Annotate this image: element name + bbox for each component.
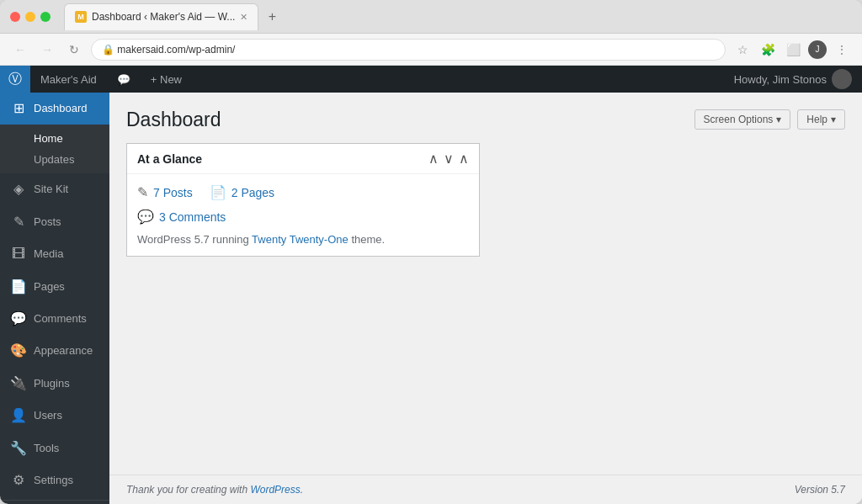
comments-icon: 💬 <box>10 310 27 328</box>
address-text: 🔒 makersaid.com/wp-admin/ <box>102 44 235 56</box>
sidebar-item-appearance[interactable]: 🎨 Appearance <box>0 335 109 367</box>
tab-title: Dashboard ‹ Maker's Aid — W... <box>92 11 235 23</box>
sidebar-item-plugins[interactable]: 🔌 Plugins <box>0 368 109 400</box>
widget-collapse-up-button[interactable]: ∧ <box>428 151 439 167</box>
help-arrow: ▾ <box>831 114 836 125</box>
site-kit-icon: ◈ <box>10 180 27 199</box>
wp-admin: Ⓥ Maker's Aid 💬 + New Howdy, Jim Stonos <box>0 66 862 504</box>
reload-button[interactable]: ↻ <box>64 40 84 60</box>
home-label: Home <box>34 132 63 145</box>
howdy-text: Howdy, Jim Stonos <box>734 73 827 86</box>
sidebar-item-posts[interactable]: ✎ Posts <box>0 206 109 238</box>
sidebar-item-site-kit[interactable]: ◈ Site Kit <box>0 173 109 205</box>
sidebar-dashboard-submenu: Home Updates <box>0 125 109 173</box>
sidebar-item-home[interactable]: Home <box>0 128 109 149</box>
pages-stat-icon: 📄 <box>210 184 226 200</box>
new-tab-button[interactable]: + <box>262 7 282 27</box>
wp-version-info: WordPress 5.7 running Twenty Twenty-One … <box>137 233 469 246</box>
posts-stat-link[interactable]: 7 Posts <box>153 186 193 199</box>
wp-main-layout: ⊞ Dashboard Home Updates ◈ Site Kit <box>0 93 862 504</box>
sidebar-item-media[interactable]: 🎞 Media <box>0 238 109 270</box>
sidebar-item-users[interactable]: 👤 Users <box>0 400 109 432</box>
widget-controls: ∧ ∨ ∧ <box>428 151 469 167</box>
sidebar-item-comments[interactable]: 💬 Comments <box>0 303 109 335</box>
new-content-button[interactable]: + New <box>141 66 192 93</box>
pages-stat: 📄 2 Pages <box>210 184 274 200</box>
tab-favicon: M <box>75 11 87 23</box>
active-tab[interactable]: M Dashboard ‹ Maker's Aid — W... ✕ <box>64 3 258 30</box>
nav-icons: ☆ 🧩 ⬜ J ⋮ <box>732 40 852 60</box>
help-button[interactable]: Help ▾ <box>797 109 845 130</box>
sidebar-menu: ⊞ Dashboard Home Updates ◈ Site Kit <box>0 93 109 504</box>
chrome-user-avatar[interactable]: J <box>808 40 827 59</box>
widget-collapse-down-button[interactable]: ∨ <box>444 151 454 167</box>
screen-options-button[interactable]: Screen Options ▾ <box>694 109 791 130</box>
widget-body: ✎ 7 Posts 📄 2 Pages 💬 3 Comment <box>127 174 479 256</box>
footer-thanks: Thank you for creating with WordPress. <box>126 484 303 496</box>
wp-logo-button[interactable]: Ⓥ <box>0 66 30 93</box>
forward-button[interactable]: → <box>37 40 57 60</box>
sidebar-item-updates[interactable]: Updates <box>0 149 109 170</box>
version-text: Version 5.7 <box>795 484 845 496</box>
address-bar[interactable]: 🔒 makersaid.com/wp-admin/ <box>91 39 726 61</box>
appearance-icon: 🎨 <box>10 342 27 360</box>
plugins-icon: 🔌 <box>10 374 27 393</box>
tab-close-button[interactable]: ✕ <box>240 12 247 23</box>
menu-button[interactable]: ⋮ <box>832 40 852 60</box>
widget-header: At a Glance ∧ ∨ ∧ <box>127 144 479 174</box>
users-label: Users <box>34 408 62 423</box>
cast-button[interactable]: ⬜ <box>783 40 803 60</box>
screen-options-arrow: ▾ <box>776 114 781 125</box>
sidebar-item-pages[interactable]: 📄 Pages <box>0 271 109 303</box>
wp-sidebar: ⊞ Dashboard Home Updates ◈ Site Kit <box>0 93 109 504</box>
theme-link[interactable]: Twenty Twenty-One <box>252 233 349 246</box>
admin-avatar[interactable] <box>832 69 852 89</box>
extension-button[interactable]: 🧩 <box>758 40 778 60</box>
maximize-button[interactable] <box>40 12 51 22</box>
site-name-label: Maker's Aid <box>40 73 97 86</box>
comments-stat: 💬 3 Comments <box>137 209 469 225</box>
at-a-glance-stats: ✎ 7 Posts 📄 2 Pages <box>137 184 469 200</box>
wordpress-link[interactable]: WordPress. <box>250 484 303 496</box>
new-label: + New <box>151 73 182 86</box>
wp-admin-bar: Ⓥ Maker's Aid 💬 + New Howdy, Jim Stonos <box>0 66 862 93</box>
comment-icon: 💬 <box>117 73 130 86</box>
appearance-label: Appearance <box>34 343 93 358</box>
wp-content-inner: Dashboard Screen Options ▾ Help ▾ <box>109 93 862 475</box>
posts-label: Posts <box>34 215 61 230</box>
users-icon: 👤 <box>10 406 27 425</box>
media-icon: 🎞 <box>10 245 27 263</box>
page-title: Dashboard <box>126 109 221 131</box>
header-buttons: Screen Options ▾ Help ▾ <box>694 109 845 130</box>
comment-icon-bar-item[interactable]: 💬 <box>107 66 141 93</box>
sidebar-dashboard-label: Dashboard <box>34 101 88 116</box>
sidebar-item-dashboard[interactable]: ⊞ Dashboard <box>0 93 109 125</box>
browser-tabs: M Dashboard ‹ Maker's Aid — W... ✕ + <box>64 3 852 30</box>
wp-content-area: Dashboard Screen Options ▾ Help ▾ <box>109 93 862 504</box>
pages-stat-link[interactable]: 2 Pages <box>231 186 274 199</box>
sidebar-item-settings[interactable]: ⚙ Settings <box>0 464 109 496</box>
close-button[interactable] <box>10 12 20 22</box>
bookmark-button[interactable]: ☆ <box>732 40 753 60</box>
tools-label: Tools <box>34 441 59 456</box>
minimize-button[interactable] <box>25 12 35 22</box>
updates-label: Updates <box>34 153 74 166</box>
site-kit-label: Site Kit <box>34 182 68 197</box>
widget-title: At a Glance <box>137 152 202 166</box>
sidebar-item-tools[interactable]: 🔧 Tools <box>0 432 109 464</box>
settings-icon: ⚙ <box>10 471 27 490</box>
comments-stat-icon: 💬 <box>137 209 154 225</box>
comments-stat-link[interactable]: 3 Comments <box>159 210 226 224</box>
help-label: Help <box>806 114 827 125</box>
site-name-bar-item[interactable]: Maker's Aid <box>30 66 107 93</box>
media-label: Media <box>34 247 63 262</box>
window-controls <box>10 12 51 22</box>
tools-icon: 🔧 <box>10 439 27 458</box>
wp-footer: Thank you for creating with WordPress. V… <box>109 475 862 504</box>
posts-stat: ✎ 7 Posts <box>137 184 193 200</box>
widget-configure-button[interactable]: ∧ <box>459 151 469 167</box>
browser-navbar: ← → ↻ 🔒 makersaid.com/wp-admin/ ☆ 🧩 ⬜ J … <box>0 34 862 66</box>
settings-label: Settings <box>34 473 73 488</box>
back-button[interactable]: ← <box>10 40 30 60</box>
plugins-label: Plugins <box>34 376 70 391</box>
